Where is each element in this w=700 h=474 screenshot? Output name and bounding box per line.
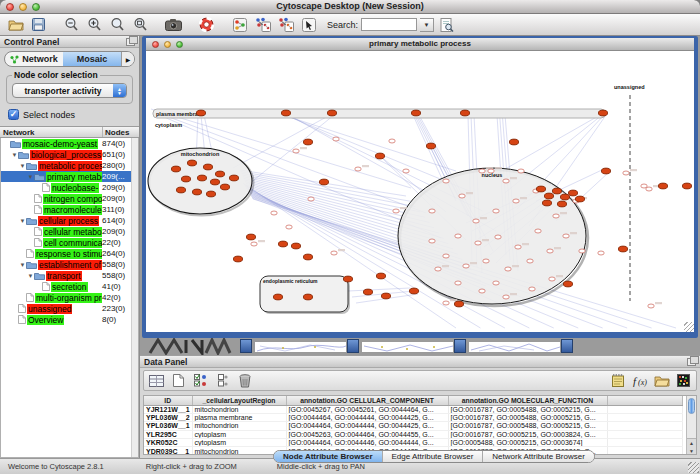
tree-row[interactable]: response to stimulu264(0) bbox=[1, 248, 138, 259]
table-cell[interactable] bbox=[607, 413, 682, 421]
table-cell[interactable]: YKR052C bbox=[144, 439, 192, 447]
selected-gene-node[interactable] bbox=[203, 164, 212, 170]
gene-node[interactable] bbox=[488, 169, 494, 173]
gene-node[interactable] bbox=[598, 251, 604, 255]
notepad-button[interactable] bbox=[608, 372, 627, 389]
table-cell[interactable]: [GO:0016787, GO:0005215, GO:0003824, G..… bbox=[448, 430, 607, 438]
gene-node[interactable] bbox=[443, 254, 449, 258]
selected-gene-node[interactable] bbox=[375, 153, 384, 159]
selected-gene-node[interactable] bbox=[542, 200, 551, 206]
selected-gene-node[interactable] bbox=[281, 110, 290, 116]
gene-node[interactable] bbox=[493, 281, 499, 285]
tree-row[interactable]: ▼transport558(0) bbox=[1, 270, 138, 281]
selected-gene-node[interactable] bbox=[229, 175, 238, 181]
import-attributes-button[interactable] bbox=[652, 372, 671, 389]
gene-node-label[interactable] bbox=[655, 302, 662, 304]
gene-node[interactable] bbox=[527, 259, 533, 263]
tree-row[interactable]: mosaic-demo-yeast874(0) bbox=[1, 138, 138, 149]
selected-gene-node[interactable] bbox=[176, 187, 185, 193]
tree-row[interactable]: nitrogen compo209(0) bbox=[1, 193, 138, 204]
app-resize-grip[interactable] bbox=[688, 462, 699, 473]
gene-node[interactable] bbox=[493, 209, 499, 213]
gene-node[interactable] bbox=[563, 234, 569, 238]
new-attribute-button[interactable] bbox=[169, 372, 188, 389]
gene-node[interactable] bbox=[503, 295, 509, 299]
gene-node-label[interactable] bbox=[480, 217, 487, 219]
tree-row[interactable]: ▼establishment of lo558(0) bbox=[1, 259, 138, 270]
disclosure-triangle-icon[interactable]: ▼ bbox=[27, 273, 34, 279]
selected-gene-node[interactable] bbox=[552, 188, 561, 194]
tree-row[interactable]: secretion41(0) bbox=[1, 281, 138, 292]
selected-gene-node[interactable] bbox=[210, 179, 219, 185]
selected-gene-node[interactable] bbox=[319, 179, 328, 185]
tree-column-nodes[interactable]: Nodes bbox=[103, 127, 139, 137]
tree-row[interactable]: cell communicat22(0) bbox=[1, 237, 138, 248]
gene-node-label[interactable] bbox=[556, 275, 563, 277]
tree-column-network[interactable]: Network bbox=[0, 127, 103, 137]
gene-node[interactable] bbox=[483, 259, 489, 263]
gene-node-label[interactable] bbox=[522, 243, 529, 245]
table-row[interactable]: YLR295Ccytoplasm[GO:0045263, GO:0044464,… bbox=[144, 430, 682, 438]
table-row[interactable]: YKR052Ccytoplasm[GO:0044464, GO:0044446,… bbox=[144, 439, 682, 447]
select-attributes-button[interactable] bbox=[191, 372, 210, 389]
table-cell[interactable]: [GO:0045267, GO:0045261, GO:0044464, G..… bbox=[286, 405, 448, 413]
background-window-edge[interactable] bbox=[240, 339, 252, 353]
edge[interactable] bbox=[233, 115, 330, 168]
selected-gene-node[interactable] bbox=[557, 201, 566, 207]
layout-network-red-button[interactable] bbox=[275, 15, 296, 34]
browser-tab-edge[interactable]: Edge Attribute Browser bbox=[383, 451, 484, 462]
network-canvas[interactable]: plasma membranecytoplasmmitochondrionnuc… bbox=[146, 51, 694, 332]
selected-gene-node[interactable] bbox=[460, 110, 469, 116]
selected-gene-node[interactable] bbox=[381, 293, 390, 299]
table-column-header[interactable]: ID bbox=[144, 396, 192, 405]
selected-gene-node[interactable] bbox=[376, 273, 385, 279]
table-cell[interactable] bbox=[607, 447, 682, 455]
gene-node-label[interactable] bbox=[258, 240, 265, 242]
gene-node-label[interactable] bbox=[560, 212, 567, 214]
tree-row[interactable]: cellular metabo209(0) bbox=[1, 226, 138, 237]
attribute-table-button[interactable] bbox=[147, 372, 166, 389]
selected-gene-node[interactable] bbox=[601, 168, 610, 174]
tab-overflow-button[interactable]: ▶ bbox=[121, 52, 134, 66]
gene-node[interactable] bbox=[443, 179, 449, 183]
gene-node-label[interactable] bbox=[482, 239, 489, 241]
gene-node-label[interactable] bbox=[554, 247, 561, 249]
selected-gene-node[interactable] bbox=[658, 183, 667, 189]
table-row[interactable]: YPL036W__1mitochondrion[GO:0044464, GO:0… bbox=[144, 422, 682, 430]
selected-gene-node[interactable] bbox=[233, 256, 242, 262]
table-cell[interactable]: YDR039C__1 bbox=[144, 447, 192, 455]
selected-gene-node[interactable] bbox=[536, 186, 545, 192]
background-window-edge[interactable] bbox=[347, 339, 359, 353]
table-cell[interactable]: [GO:0016787, GO:0005488, GO:0005215, G..… bbox=[448, 413, 607, 421]
gene-node[interactable] bbox=[623, 171, 629, 175]
selected-gene-node[interactable] bbox=[187, 160, 196, 166]
table-cell[interactable]: [GO:0044464, GO:0044446, GO:0044444, G..… bbox=[286, 439, 448, 447]
node-color-dropdown[interactable]: transporter activity ▲▼ bbox=[12, 83, 127, 98]
selected-gene-node[interactable] bbox=[411, 110, 420, 116]
tree-row[interactable]: Overview8(0) bbox=[1, 314, 138, 325]
tree-row[interactable]: nucleobase-209(0) bbox=[1, 182, 138, 193]
disclosure-triangle-icon[interactable]: ▼ bbox=[19, 218, 26, 224]
selected-gene-node[interactable] bbox=[682, 183, 691, 189]
gene-node-label[interactable] bbox=[450, 299, 457, 301]
table-cell[interactable]: mitochondrion bbox=[192, 405, 286, 413]
table-column-header[interactable]: annotation.GO CELLULAR_COMPONENT bbox=[286, 396, 448, 405]
gene-node[interactable] bbox=[553, 214, 559, 218]
gene-node-label[interactable] bbox=[520, 197, 527, 199]
table-row[interactable]: YPL036W__2plasma membrane[GO:0044464, GO… bbox=[144, 413, 682, 421]
selected-gene-node[interactable] bbox=[327, 110, 336, 116]
selected-gene-node[interactable] bbox=[273, 294, 282, 300]
gene-node-label[interactable] bbox=[510, 293, 517, 295]
attribute-table[interactable]: ID_cellularLayoutRegionannotation.GO CEL… bbox=[143, 395, 697, 455]
gene-node-label[interactable] bbox=[466, 192, 473, 194]
save-session-button[interactable] bbox=[28, 15, 49, 34]
window-resize-grip[interactable] bbox=[684, 322, 694, 332]
gene-node-label[interactable] bbox=[338, 249, 345, 251]
selected-gene-node[interactable] bbox=[560, 194, 569, 200]
gene-node[interactable] bbox=[505, 267, 511, 271]
selected-gene-node[interactable] bbox=[197, 175, 206, 181]
tree-row[interactable]: ▼cellular process614(0) bbox=[1, 215, 138, 226]
table-cell[interactable]: YPL036W__1 bbox=[144, 422, 192, 430]
gene-node[interactable] bbox=[389, 139, 395, 143]
gene-node-label[interactable] bbox=[570, 232, 577, 234]
